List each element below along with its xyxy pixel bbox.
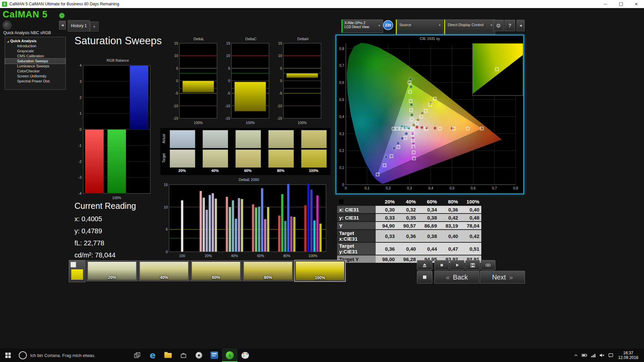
delta-c-plot: -15-10-5051015100% [221,42,270,126]
next-button[interactable]: Next » [480,271,525,284]
swatch-target-80% [268,149,294,168]
svg-text:0,6: 0,6 [471,186,476,190]
help-button[interactable]: ? [504,20,515,31]
close-button[interactable]: ✕ [629,0,644,8]
battery-indicator[interactable] [580,349,589,362]
sidebar-collapse-button[interactable]: ◀ [59,21,66,29]
play-button[interactable] [450,260,465,270]
tab-history[interactable]: History 1 [68,20,90,32]
svg-text:0: 0 [228,79,230,83]
svg-text:-5: -5 [175,91,178,95]
meter-dropdown[interactable]: X-Rite i1Pro 2 LCD Direct View ▼ [341,19,383,33]
eject-button[interactable] [417,260,432,270]
delta-h-chart: DeltaH -15-10-5051015100% [273,37,322,127]
current-patch-button[interactable] [69,260,86,282]
sidebar-item-introduction[interactable]: Introduction [5,44,65,49]
delta-e-bar [235,219,237,252]
sidebar-item-cms-calibration[interactable]: CMS Calibration [5,54,65,59]
logo-dropdown-icon[interactable]: ▼ [59,13,65,18]
reading-y: y: 0,4789 [74,227,136,235]
volume-indicator[interactable] [598,349,606,362]
sidebar-item-luminance-sweeps[interactable]: Luminance Sweeps [5,64,65,69]
action-center-button[interactable] [606,349,615,362]
taskbar-clock[interactable]: 16:37 12.09.2016 [615,351,644,360]
tree-root-item[interactable]: ◢Quick Analysis [5,38,65,44]
file-explorer-button[interactable] [160,349,176,362]
display-control-dropdown[interactable]: Direct Display Control ▼ [444,19,495,35]
delta-e-bar [203,198,205,252]
table-row: Target x:CIE310,330,360,380,400,42 [337,230,481,242]
sidebar-item-screen-uniformity[interactable]: Screen Uniformity [5,74,65,79]
table-header-cell [337,198,376,205]
rgb-balance-plot: -4-3-2-101234100% [74,63,152,202]
disc-app-button[interactable] [191,349,207,362]
swatch-target-40% [203,149,228,168]
saturation-button-20%[interactable]: 20% [87,260,138,281]
cie-title: CIE 1931 xy [336,37,523,41]
delta-l-plot: -15-10-5051015100% [169,42,218,126]
source-dropdown[interactable]: Source ▼ [396,19,443,35]
saturation-button-40%[interactable]: 40% [139,260,190,281]
rgb-bar-blue [130,65,149,129]
start-button[interactable] [0,349,16,362]
save-button[interactable] [465,260,480,270]
cie-1931-plot: 00,10,20,30,40,50,60,70,800,10,20,30,40,… [336,36,523,193]
network-indicator[interactable] [589,349,598,362]
panel-collapse-button[interactable]: ◀ [517,20,525,31]
tray-expand-button[interactable] [572,349,580,362]
saturation-button-60%[interactable]: 60% [191,260,241,281]
table-row-label: Y [337,222,376,229]
sidebar-item-colorchecker[interactable]: ColorChecker [5,69,65,74]
source-label: Source [399,23,411,27]
table-row: Y94,9090,5786,6983,1978,04 [337,222,481,229]
table-row: x: CIE310,300,320,340,360,40 [337,206,481,213]
meter-line2: LCD Direct View [344,25,383,29]
delta-e-bar [267,207,269,252]
windows-logo-icon [5,353,11,358]
settings-gear-button[interactable]: ⚙ [493,20,504,31]
delta-h-plot: -15-10-5051015100% [273,42,322,126]
sidebar-mode-button[interactable] [3,21,11,29]
palette-app-button[interactable] [237,349,253,362]
swatch-col-label: 60% [235,169,260,173]
swatch-row-label: Actual [162,130,166,147]
cortana-search[interactable]: Ich bin Cortana. Frag mich etwas. [16,349,129,362]
stop-button[interactable] [434,260,449,270]
chevron-left-icon: « [446,274,449,281]
svg-text:-5: -5 [279,91,282,95]
back-button[interactable]: « Back [434,271,479,284]
svg-text:100: 100 [179,254,185,258]
sidebar-item-grayscale[interactable]: Grayscale [5,49,65,54]
swatch-target-100% [301,149,327,168]
calman-app-button[interactable]: 5 [222,349,237,362]
add-tab-button[interactable]: + [90,21,99,32]
chart-title: DeltaE 2000 [160,178,329,183]
delta-bar [234,82,266,111]
chevron-up-icon [574,353,578,358]
swatch-target-60% [235,149,261,168]
table-row: y: CIE310,330,350,380,420,48 [337,214,481,221]
svg-text:0,4: 0,4 [428,186,433,190]
delta-e-bar [290,217,292,252]
save-floppy-icon [470,263,475,268]
table-cell: 0,38 [418,214,439,221]
saturation-button-100%[interactable]: 100% [294,260,345,282]
blue-app-button[interactable] [207,349,222,362]
delta-e-bar [229,207,231,252]
table-cell: 0,36 [439,206,460,213]
sidebar-item-spectral-power-dist-[interactable]: Spectral Power Dist. [5,79,65,84]
task-view-button[interactable] [129,349,145,362]
continuous-read-button[interactable] [481,260,495,270]
saturation-button-80%[interactable]: 80% [243,260,293,281]
store-button[interactable] [176,349,191,362]
cie-1931-panel[interactable]: CIE 1931 xy 00,10,20,30,40,50,60,70,800,… [335,35,524,194]
saturation-level-buttons: 20%40%60%80%100% [87,260,346,282]
edge-browser-button[interactable]: e [145,349,160,362]
delta-e-bar [238,198,240,252]
network-bars-icon [591,353,596,358]
table-cell: 0,44 [418,243,439,255]
minimize-button[interactable] [598,0,613,8]
sidebar-item-saturation-sweeps[interactable]: Saturation Sweeps [5,59,65,64]
stop-measure-button[interactable] [417,271,432,284]
maximize-button[interactable] [613,0,629,8]
